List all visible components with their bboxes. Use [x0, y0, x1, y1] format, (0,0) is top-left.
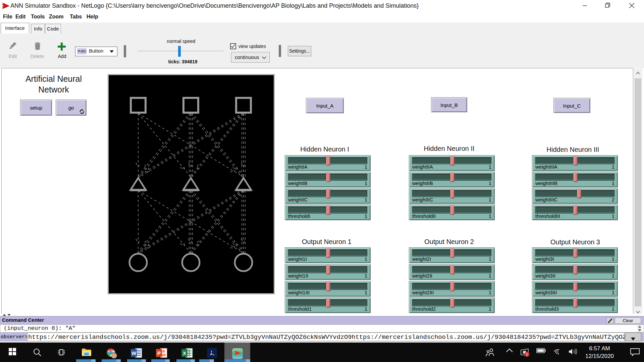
- svg-text:!: !: [526, 352, 528, 357]
- svg-text:W: W: [131, 350, 137, 356]
- svg-text:X: X: [183, 350, 186, 356]
- svg-text:P: P: [157, 350, 161, 356]
